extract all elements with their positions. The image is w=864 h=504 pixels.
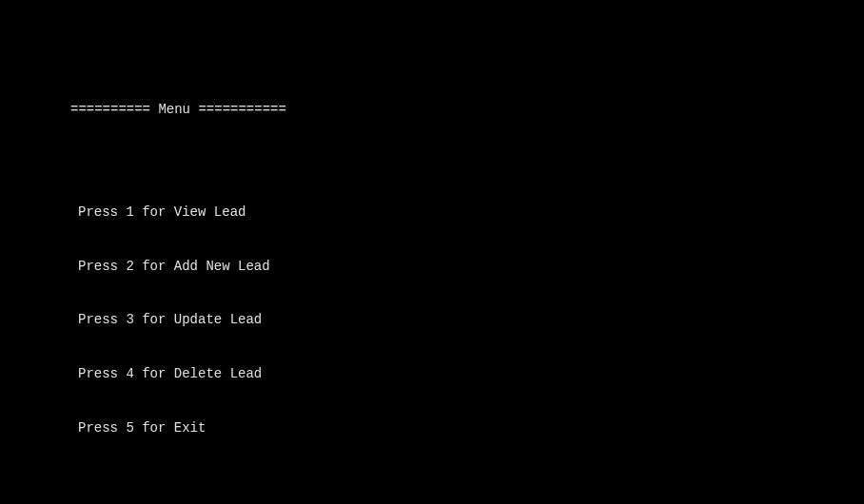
menu-item-update-lead: Press 3 for Update Lead — [78, 311, 864, 329]
menu-item-delete-lead: Press 4 for Delete Lead — [78, 365, 864, 383]
menu-header-divider: ========== Menu =========== — [70, 101, 864, 119]
menu-block: ========== Menu =========== Press 1 for … — [0, 36, 864, 504]
menu-item-add-lead: Press 2 for Add New Lead — [78, 258, 864, 276]
menu-item-exit: Press 5 for Exit — [78, 419, 864, 437]
terminal-screen: ========== Menu =========== Press 1 for … — [0, 0, 864, 504]
menu-items: Press 1 for View Lead Press 2 for Add Ne… — [70, 154, 864, 473]
menu-item-view-lead: Press 1 for View Lead — [78, 204, 864, 222]
